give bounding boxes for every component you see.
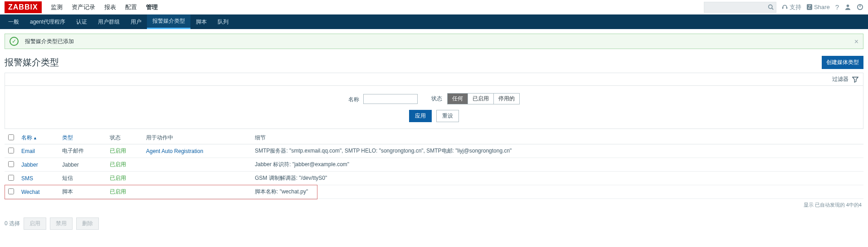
media-name-link[interactable]: SMS <box>21 175 33 182</box>
cell: 脚本名称: "wechat.py" <box>251 185 863 199</box>
search-box <box>704 2 776 13</box>
svg-point-4 <box>847 5 849 7</box>
filter-status-label: 状态 <box>431 95 442 102</box>
col-usedin: 用于动作中 <box>142 132 251 144</box>
svg-point-0 <box>768 5 772 8</box>
support-label: 支持 <box>790 3 801 11</box>
row-checkbox[interactable] <box>8 188 14 194</box>
topnav-item-4[interactable]: 管理 <box>141 0 162 15</box>
subnav-item-5[interactable]: 报警媒介类型 <box>147 15 190 29</box>
message-text: 报警媒介类型已添加 <box>25 38 74 45</box>
cell: Email <box>18 144 59 158</box>
cell: 脚本 <box>59 185 106 199</box>
subnav-item-6[interactable]: 脚本 <box>190 15 212 29</box>
svg-rect-2 <box>782 7 783 9</box>
col-type[interactable]: 类型 <box>59 132 106 144</box>
topnav-item-3[interactable]: 配置 <box>121 0 141 15</box>
logout-icon[interactable] <box>857 4 863 10</box>
media-name-link[interactable]: Email <box>21 148 35 154</box>
cell: 已启用 <box>106 144 142 158</box>
share-link[interactable]: Z Share <box>807 4 830 10</box>
seg-2[interactable]: 停用的 <box>494 94 519 104</box>
topnav-item-1[interactable]: 资产记录 <box>67 0 100 15</box>
apply-button[interactable]: 应用 <box>409 110 432 122</box>
cell: 已启用 <box>106 185 142 199</box>
support-link[interactable]: 支持 <box>782 3 801 11</box>
row-checkbox[interactable] <box>8 175 14 181</box>
subnav-item-4[interactable]: 用户 <box>125 15 147 29</box>
table-row: Email电子邮件已启用Agent Auto RegistrationSMTP服… <box>5 144 863 158</box>
cell: Jabber <box>18 158 59 172</box>
bulk-disable-button[interactable]: 禁用 <box>50 217 73 230</box>
selected-count: 0 选择 <box>5 220 20 227</box>
share-label: Share <box>814 4 830 10</box>
subnav-item-3[interactable]: 用户群组 <box>93 15 125 29</box>
table-footer-count: 显示 已自动发现的 4中的4 <box>5 199 863 209</box>
svg-rect-3 <box>786 7 787 9</box>
cell: Wechat <box>18 185 59 199</box>
sub-nav: 一般agent代理程序认证用户群组用户报警媒介类型脚本队列 <box>0 15 868 29</box>
subnav-item-0[interactable]: 一般 <box>3 15 24 29</box>
table-row: Wechat脚本已启用脚本名称: "wechat.py" <box>5 185 863 199</box>
col-details: 细节 <box>251 132 863 144</box>
cell <box>5 158 18 172</box>
help-icon[interactable]: ? <box>835 3 839 11</box>
filter-body: 名称 状态 任何已启用停用的 应用 重设 <box>5 86 863 128</box>
status-link[interactable]: 已启用 <box>110 148 126 154</box>
col-name[interactable]: 名称▲ <box>18 132 59 144</box>
filter-panel: 过滤器 名称 状态 任何已启用停用的 应用 重设 <box>5 73 863 129</box>
seg-1[interactable]: 已启用 <box>468 94 494 104</box>
status-link[interactable]: 已启用 <box>110 161 126 168</box>
action-link[interactable]: Agent Auto Registration <box>146 148 203 154</box>
select-all-checkbox[interactable] <box>8 134 14 140</box>
table-row: SMS短信已启用GSM 调制解调器: "/dev/ttyS0" <box>5 172 863 185</box>
search-input[interactable] <box>704 2 776 13</box>
filter-name-input[interactable] <box>363 94 418 104</box>
cell <box>142 185 251 199</box>
share-z-icon: Z <box>807 4 812 10</box>
cell: 电子邮件 <box>59 144 106 158</box>
search-icon[interactable] <box>768 4 774 11</box>
page-title-row: 报警媒介类型 创建媒体类型 <box>0 54 868 73</box>
row-checkbox[interactable] <box>8 148 14 153</box>
row-checkbox[interactable] <box>8 161 14 167</box>
filter-toggle[interactable]: 过滤器 <box>5 73 863 86</box>
status-segmented: 任何已启用停用的 <box>447 93 520 104</box>
status-link[interactable]: 已启用 <box>110 188 126 195</box>
top-right: 支持 Z Share ? <box>704 2 863 13</box>
media-name-link[interactable]: Jabber <box>21 162 38 168</box>
subnav-item-7[interactable]: 队列 <box>212 15 234 29</box>
topnav-item-0[interactable]: 监测 <box>46 0 67 15</box>
media-name-link[interactable]: Wechat <box>21 189 39 195</box>
svg-line-1 <box>772 8 773 9</box>
seg-0[interactable]: 任何 <box>448 94 468 104</box>
user-icon[interactable] <box>844 4 851 10</box>
bulk-action-bar: 0 选择 启用 禁用 删除 <box>0 214 868 233</box>
table-row: JabberJabber已启用Jabber 标识符: "jabber@examp… <box>5 158 863 172</box>
cell <box>142 172 251 185</box>
cell <box>5 172 18 185</box>
cell: 短信 <box>59 172 106 185</box>
status-link[interactable]: 已启用 <box>110 175 126 181</box>
funnel-icon <box>852 76 858 83</box>
close-icon[interactable]: × <box>854 38 858 46</box>
page-title: 报警媒介类型 <box>5 56 59 69</box>
success-message: ✓ 报警媒介类型已添加 × <box>5 34 863 49</box>
bulk-enable-button[interactable]: 启用 <box>24 217 46 230</box>
sort-asc-icon: ▲ <box>33 136 37 140</box>
filter-toggle-label: 过滤器 <box>832 75 848 83</box>
topnav-item-2[interactable]: 报表 <box>100 0 121 15</box>
bulk-delete-button[interactable]: 删除 <box>76 217 99 230</box>
create-media-type-button[interactable]: 创建媒体类型 <box>822 56 863 69</box>
cell: GSM 调制解调器: "/dev/ttyS0" <box>251 172 863 185</box>
subnav-item-1[interactable]: agent代理程序 <box>24 15 71 29</box>
cell: SMS <box>18 172 59 185</box>
cell <box>142 158 251 172</box>
reset-button[interactable]: 重设 <box>436 110 459 122</box>
cell: Agent Auto Registration <box>142 144 251 158</box>
cell <box>5 185 18 199</box>
subnav-item-2[interactable]: 认证 <box>71 15 93 29</box>
filter-status-group: 状态 任何已启用停用的 <box>431 93 520 104</box>
col-status: 状态 <box>106 132 142 144</box>
check-icon: ✓ <box>10 37 19 46</box>
